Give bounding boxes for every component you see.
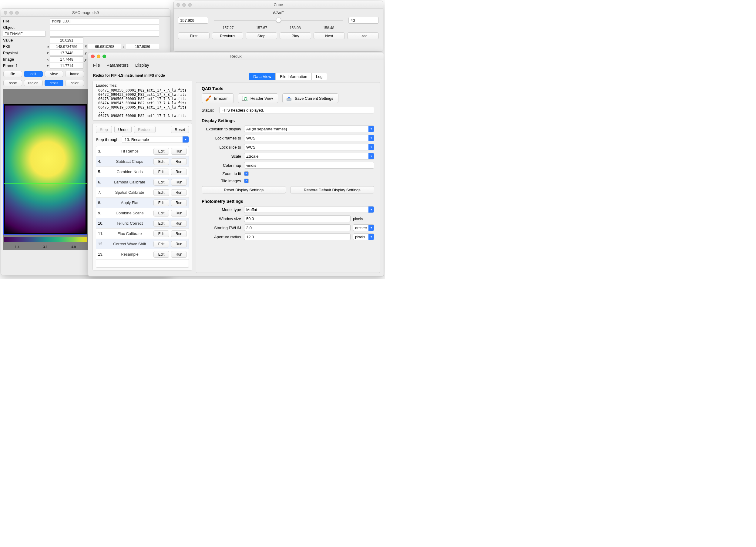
reset-display-button[interactable]: Reset Display Settings <box>202 186 286 193</box>
cube-value-left[interactable]: 157.909 <box>178 17 208 24</box>
step-run-button[interactable]: Run <box>171 179 187 186</box>
step-row: 12. Correct Wave Shift Edit Run <box>96 239 189 249</box>
save-settings-button[interactable]: Save Current Settings <box>282 93 338 103</box>
step-edit-button[interactable]: Edit <box>153 179 169 186</box>
fwhm-input[interactable]: 3.0 <box>244 224 351 231</box>
lock-frames-select[interactable]: WCS▾ <box>244 135 374 141</box>
cube-value-right[interactable]: 40 <box>348 17 379 24</box>
frame-label: Frame 1 <box>3 63 45 69</box>
step-run-button[interactable]: Run <box>171 148 187 155</box>
redux-titlebar[interactable]: Redux <box>88 52 384 60</box>
chevron-down-icon: ▾ <box>368 234 374 240</box>
step-edit-button[interactable]: Edit <box>153 230 169 237</box>
ds9-canvas[interactable]: 1.43.14.9 <box>3 89 88 250</box>
step-run-button[interactable]: Run <box>171 220 187 227</box>
file-button[interactable]: file <box>3 71 22 77</box>
step-run-button[interactable]: Run <box>171 169 187 175</box>
Stop-button[interactable]: Stop <box>246 32 277 39</box>
frame-button[interactable]: frame <box>65 71 84 77</box>
loaded-files-list: 00471_090356_00001_M82_act1_17_7_A_lw.fi… <box>96 88 189 118</box>
loaded-file: 00478_090807_00008_M82_act1_17_7_A_lw.fi… <box>96 114 189 118</box>
cross-button[interactable]: cross <box>45 80 63 86</box>
fwhm-unit-select[interactable]: arcsec▾ <box>353 224 374 231</box>
tab-data-view[interactable]: Data View <box>249 73 275 80</box>
aperture-unit-select[interactable]: pixels▾ <box>353 233 374 240</box>
header-view-button[interactable]: Header View <box>238 93 278 103</box>
ds9-image[interactable] <box>3 104 87 235</box>
phys-x: 17.7448 <box>50 50 83 56</box>
step-edit-button[interactable]: Edit <box>153 189 169 196</box>
aperture-input[interactable]: 12.0 <box>244 233 351 240</box>
reduce-button[interactable]: Reduce <box>134 126 156 133</box>
stepthrough-select[interactable]: 13. Resample ▾ <box>122 136 189 143</box>
chevron-down-icon: ▾ <box>368 225 374 231</box>
imexam-button[interactable]: ImExam <box>202 93 234 103</box>
value-box: 20.0291 <box>50 37 83 43</box>
model-type-select[interactable]: Moffat▾ <box>244 206 374 213</box>
undo-button[interactable]: Undo <box>114 126 132 133</box>
tab-file-information[interactable]: File Information <box>275 73 311 80</box>
view-button[interactable]: view <box>45 71 63 77</box>
zoom-to-fit-checkbox[interactable]: ✓ <box>244 171 249 176</box>
scale-select[interactable]: ZScale▾ <box>244 153 374 159</box>
step-edit-button[interactable]: Edit <box>153 210 169 216</box>
ds9-titlebar[interactable]: SAOImage ds9 <box>1 9 170 17</box>
window-size-input[interactable]: 50.0 <box>244 215 351 222</box>
menu-parameters[interactable]: Parameters <box>107 63 129 68</box>
step-edit-button[interactable]: Edit <box>153 241 169 247</box>
menu-display[interactable]: Display <box>135 63 149 68</box>
filename-box[interactable]: FILENAME <box>3 31 45 37</box>
step-edit-button[interactable]: Edit <box>153 148 169 155</box>
edit-button[interactable]: edit <box>24 71 43 77</box>
tab-log[interactable]: Log <box>311 73 327 80</box>
restore-display-button[interactable]: Restore Default Display Settings <box>290 186 375 193</box>
First-button[interactable]: First <box>178 32 210 39</box>
colorbar <box>4 237 87 242</box>
redux-window: Redux FileParametersDisplay Redux for FI… <box>88 52 384 277</box>
step-button[interactable]: Step <box>96 126 112 133</box>
Next-button[interactable]: Next <box>314 32 345 39</box>
img-x: 17.7448 <box>50 56 83 62</box>
extension-select[interactable]: All (in separate frames)▾ <box>244 126 374 132</box>
Previous-button[interactable]: Previous <box>212 32 244 39</box>
cube-ticks: 157.27157.67158.08158.48 <box>211 26 345 30</box>
cube-slider[interactable] <box>214 20 343 21</box>
step-run-button[interactable]: Run <box>171 241 187 247</box>
chevron-down-icon: ▾ <box>368 126 374 132</box>
region-button[interactable]: region <box>24 80 43 86</box>
step-run-button[interactable]: Run <box>171 230 187 237</box>
loaded-file: 00474_090543_00004_M82_act1_17_7_A_lw.fi… <box>96 101 189 105</box>
status-label: Status: <box>202 108 219 112</box>
cube-titlebar[interactable]: Cube <box>174 1 383 9</box>
step-run-button[interactable]: Run <box>171 158 187 165</box>
reset-button[interactable]: Reset <box>171 126 189 133</box>
step-run-button[interactable]: Run <box>171 189 187 196</box>
colormap-input[interactable]: viridis <box>244 162 374 169</box>
none-button[interactable]: none <box>3 80 22 86</box>
cube-slider-thumb[interactable] <box>276 18 281 23</box>
file-value: stdin[FLUX] <box>50 18 159 24</box>
photometry-title: Photometry Settings <box>202 199 374 204</box>
chevron-down-icon: ▾ <box>368 144 374 150</box>
step-edit-button[interactable]: Edit <box>153 251 169 258</box>
step-run-button[interactable]: Run <box>171 251 187 258</box>
step-edit-button[interactable]: Edit <box>153 220 169 227</box>
cube-axis-label: WAVE <box>178 11 379 15</box>
qad-title: QAD Tools <box>202 86 374 91</box>
menu-file[interactable]: File <box>93 63 100 68</box>
step-run-button[interactable]: Run <box>171 200 187 206</box>
tile-images-checkbox[interactable]: ✓ <box>244 179 249 183</box>
step-edit-button[interactable]: Edit <box>153 200 169 206</box>
step-run-button[interactable]: Run <box>171 210 187 216</box>
Play-button[interactable]: Play <box>280 32 311 39</box>
magnifier-icon <box>241 95 248 102</box>
Last-button[interactable]: Last <box>347 32 379 39</box>
step-row: 6. Lambda Calibrate Edit Run <box>96 177 189 187</box>
loaded-file: 00471_090356_00001_M82_act1_17_7_A_lw.fi… <box>96 88 189 92</box>
color-button[interactable]: color <box>65 80 84 86</box>
lock-slice-select[interactable]: WCS▾ <box>244 144 374 150</box>
step-edit-button[interactable]: Edit <box>153 169 169 175</box>
save-disk-icon <box>286 95 292 102</box>
loaded-file: 00473_090506_00003_M82_act1_17_7_B_lw.fi… <box>96 97 189 101</box>
step-edit-button[interactable]: Edit <box>153 158 169 165</box>
